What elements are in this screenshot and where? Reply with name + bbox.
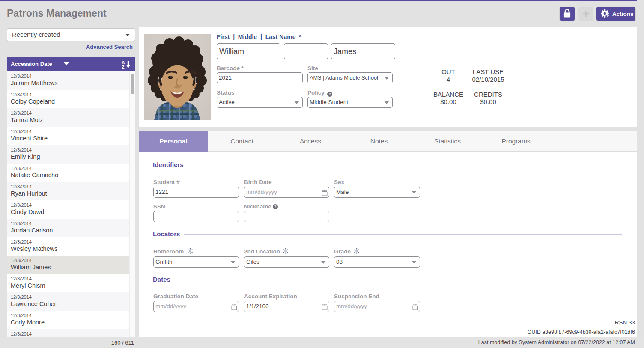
svg-text:?: ? [274, 205, 276, 209]
svg-text:Z: Z [122, 65, 125, 70]
svg-text:?: ? [328, 92, 331, 96]
